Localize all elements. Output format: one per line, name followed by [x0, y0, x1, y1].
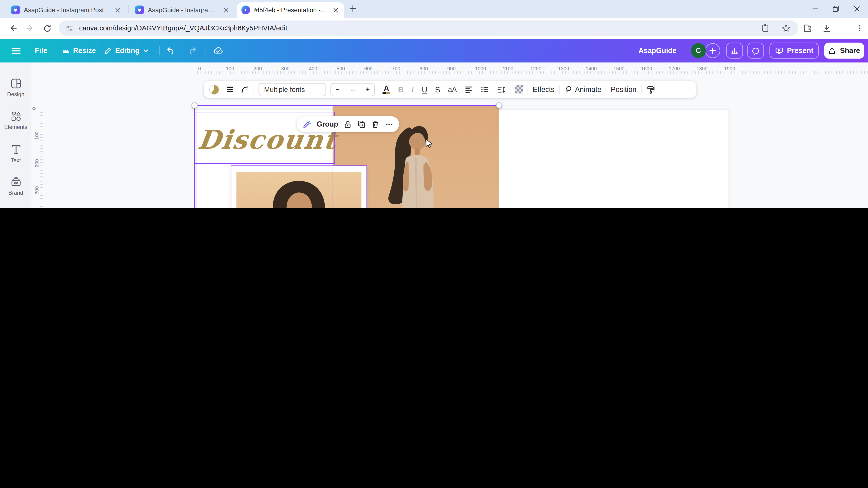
sidebar-item-elements[interactable]: Elements: [0, 110, 32, 130]
position-button[interactable]: Position: [611, 85, 637, 93]
font-weight-icon[interactable]: [226, 85, 234, 93]
font-size-increase[interactable]: +: [366, 85, 370, 93]
downloads-icon[interactable]: [820, 22, 833, 34]
extensions-icon[interactable]: [801, 22, 813, 34]
browser-tab-2[interactable]: AsapGuide - Instagram Post - C: [131, 2, 235, 18]
back-icon[interactable]: [7, 22, 19, 34]
resize-handle-ne[interactable]: [496, 102, 502, 108]
sidebar-item-brand[interactable]: co Brand: [0, 176, 32, 196]
h-ruler-label: 1000: [475, 66, 486, 71]
new-tab-icon[interactable]: [349, 4, 357, 13]
editing-label: Editing: [115, 46, 140, 55]
lock-icon[interactable]: [343, 120, 352, 129]
address-bar[interactable]: canva.com/design/DAGVYtBgupA/_VQAJl3CKc3…: [59, 21, 799, 36]
font-size-decrease[interactable]: −: [335, 85, 340, 93]
format-toolbar: Multiple fonts − -- + A B I U S aA Effec…: [204, 81, 696, 98]
canva-favicon: [11, 5, 20, 14]
effects-button[interactable]: Effects: [533, 85, 555, 93]
bold-button[interactable]: B: [398, 85, 404, 94]
browser-tabstrip: AsapGuide - Instagram Post AsapGuide - I…: [0, 0, 868, 18]
elements-icon: [10, 110, 22, 122]
tab-close-icon[interactable]: [113, 5, 122, 14]
magic-edit-icon[interactable]: [302, 120, 312, 129]
h-ruler-label: 1400: [586, 66, 597, 71]
color-swatch[interactable]: [209, 85, 219, 94]
present-button[interactable]: Present: [769, 43, 819, 59]
duplicate-icon[interactable]: [357, 120, 366, 129]
cloud-save-status-icon[interactable]: [213, 39, 224, 63]
redo-icon[interactable]: [187, 39, 197, 63]
comment-bubble-icon: [752, 47, 760, 55]
h-ruler-label: 1700: [669, 66, 680, 71]
undo-icon[interactable]: [166, 39, 176, 63]
home-menu-icon[interactable]: [11, 39, 21, 63]
canva-header: File Resize Editing AsapGuide C: [0, 39, 868, 63]
comments-button[interactable]: [747, 43, 764, 59]
screen: AsapGuide - Instagram Post AsapGuide - I…: [0, 0, 868, 208]
reload-icon[interactable]: [41, 22, 53, 34]
case-label: aA: [448, 85, 457, 93]
present-label: Present: [787, 46, 813, 55]
insights-button[interactable]: [726, 43, 743, 59]
window-restore-icon[interactable]: [830, 3, 842, 15]
transparency-icon[interactable]: [515, 85, 523, 93]
share-button[interactable]: Share: [824, 43, 864, 59]
resize-handle-nw[interactable]: [191, 102, 198, 108]
tab-close-icon[interactable]: [221, 5, 230, 14]
h-ruler-label: 1300: [558, 66, 569, 71]
h-ruler-label: 800: [420, 66, 428, 71]
alignment-icon[interactable]: [464, 85, 473, 93]
h-ruler-label: 1500: [613, 66, 624, 71]
v-ruler-ticks: 01002003004005006007008009001000: [32, 73, 43, 208]
group-button[interactable]: Group: [316, 120, 338, 128]
h-ruler-label: 600: [364, 66, 372, 71]
sidebar-item-design[interactable]: Design: [0, 77, 32, 97]
browser-toolbar: canva.com/design/DAGVYtBgupA/_VQAJl3CKc3…: [0, 18, 868, 39]
text-color-button[interactable]: A: [382, 85, 390, 94]
resize-button[interactable]: Resize: [62, 39, 96, 63]
site-settings-icon[interactable]: [65, 24, 73, 32]
strikethrough-button[interactable]: S: [435, 85, 440, 94]
more-options-icon[interactable]: [385, 120, 394, 129]
window-close-icon[interactable]: [851, 3, 863, 15]
sidebar-item-text[interactable]: Text: [0, 143, 32, 163]
editing-mode-dropdown[interactable]: Editing: [104, 39, 149, 63]
sidebar-label: Design: [7, 91, 24, 97]
h-ruler-label: 500: [337, 66, 345, 71]
chevron-down-icon: [143, 47, 149, 54]
clipboard-icon[interactable]: [761, 24, 769, 33]
window-minimize-icon[interactable]: [809, 3, 822, 15]
text-case-button[interactable]: aA: [448, 85, 457, 93]
add-member-icon[interactable]: [705, 43, 720, 58]
header-separator: [205, 46, 205, 55]
tab-close-icon[interactable]: [331, 5, 340, 14]
animate-button[interactable]: Animate: [564, 85, 601, 93]
h-ruler-label: 700: [392, 66, 400, 71]
text-color-letter: A: [384, 85, 389, 92]
h-ruler-label: 100: [226, 66, 234, 71]
pencil-icon: [104, 47, 112, 55]
underline-label: U: [422, 85, 427, 94]
spacing-icon[interactable]: [497, 85, 506, 94]
italic-button[interactable]: I: [411, 85, 414, 94]
browser-tab-3-active[interactable]: #f5f4eb - Presentation - Canva: [237, 2, 344, 18]
list-icon[interactable]: [481, 85, 489, 93]
text-icon: [10, 143, 22, 156]
font-family-dropdown[interactable]: Multiple fonts: [258, 83, 326, 96]
browser-menu-icon[interactable]: [854, 22, 866, 34]
tab-separator: [128, 5, 128, 13]
delete-icon[interactable]: [371, 120, 380, 129]
curve-text-icon[interactable]: [241, 85, 249, 93]
browser-tab-1[interactable]: AsapGuide - Instagram Post: [7, 2, 126, 18]
forward-icon[interactable]: [24, 22, 36, 34]
present-icon: [775, 46, 783, 55]
crown-icon: [62, 47, 70, 55]
copy-style-icon[interactable]: [646, 85, 655, 94]
user-avatar[interactable]: C: [691, 43, 706, 58]
file-menu[interactable]: File: [35, 39, 48, 63]
v-ruler-label: 200: [34, 159, 39, 167]
underline-button[interactable]: U: [422, 85, 427, 94]
bookmark-star-icon[interactable]: [782, 24, 790, 33]
font-size-value[interactable]: --: [350, 86, 354, 93]
sidebar-label: Text: [10, 157, 21, 163]
